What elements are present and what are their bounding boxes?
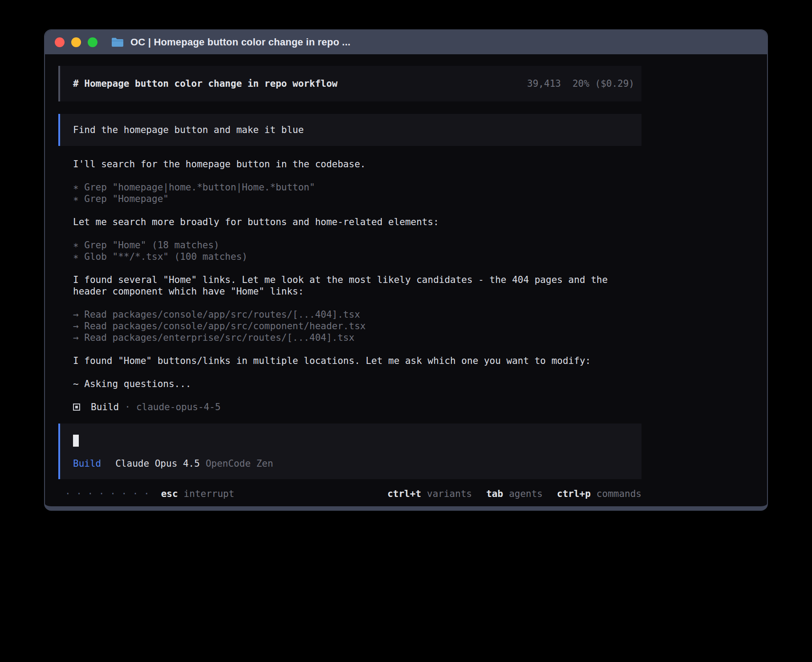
- assistant-message: I found "Home" buttons/links in multiple…: [58, 355, 641, 367]
- context-usage: 20% ($0.29): [572, 78, 634, 89]
- tool-call-grep: ∗ Grep "Home" (18 matches): [73, 239, 641, 251]
- status-left: · · · · · · · · esc interrupt: [65, 488, 234, 500]
- session-stats: 39,413 20% ($0.29): [527, 78, 634, 89]
- terminal-content: # Homepage button color change in repo w…: [45, 54, 641, 500]
- shortcut-commands: ctrl+p commands: [557, 488, 641, 500]
- shortcut-agents: tab agents: [486, 488, 543, 500]
- agent-square-icon: [73, 404, 80, 411]
- esc-key-hint: esc: [161, 488, 178, 500]
- agent-name: Build: [91, 401, 119, 413]
- agent-status-line: Build · claude-opus-4-5: [58, 401, 641, 413]
- shortcut-key: tab: [486, 488, 503, 500]
- tool-call-group: → Read packages/console/app/src/routes/[…: [58, 309, 641, 343]
- shortcut-key: ctrl+t: [387, 488, 421, 500]
- user-message-block: Find the homepage button and make it blu…: [58, 114, 641, 146]
- model-label[interactable]: Claude Opus 4.5: [115, 458, 200, 469]
- shortcut-label: commands: [597, 488, 641, 500]
- input-footer: Build Claude Opus 4.5 OpenCode Zen: [73, 458, 641, 469]
- prompt-input[interactable]: Build Claude Opus 4.5 OpenCode Zen: [58, 424, 641, 479]
- assistant-message: I'll search for the homepage button in t…: [58, 158, 641, 170]
- provider-label: OpenCode Zen: [206, 458, 273, 469]
- assistant-status: ~ Asking questions...: [58, 378, 641, 390]
- mode-label[interactable]: Build: [73, 458, 101, 469]
- terminal-window: OC | Homepage button color change in rep…: [44, 29, 768, 511]
- tool-call-glob: ∗ Glob "**/*.tsx" (100 matches): [73, 251, 641, 262]
- tool-call-read: → Read packages/console/app/src/componen…: [73, 320, 641, 332]
- text-cursor: [73, 435, 79, 447]
- shortcut-key: ctrl+p: [557, 488, 591, 500]
- window-title: OC | Homepage button color change in rep…: [130, 36, 350, 48]
- zoom-button[interactable]: [88, 37, 97, 47]
- status-right: ctrl+t variants tab agents ctrl+p comman…: [387, 488, 641, 500]
- assistant-message: I found several "Home" links. Let me loo…: [58, 274, 641, 297]
- user-message-text: Find the homepage button and make it blu…: [73, 124, 304, 136]
- agent-separator: ·: [125, 401, 130, 413]
- tool-call-grep: ∗ Grep "Homepage": [73, 193, 641, 205]
- tool-call-group: ∗ Grep "homepage|home.*button|Home.*butt…: [58, 182, 641, 205]
- session-title: # Homepage button color change in repo w…: [73, 78, 337, 89]
- shortcut-label: variants: [427, 488, 472, 500]
- tool-call-group: ∗ Grep "Home" (18 matches) ∗ Glob "**/*.…: [58, 239, 641, 262]
- shortcut-label: agents: [509, 488, 543, 500]
- close-button[interactable]: [55, 37, 65, 47]
- spinner-dots: · · · · · · · ·: [65, 488, 150, 500]
- traffic-lights: [55, 37, 97, 47]
- session-header: # Homepage button color change in repo w…: [58, 66, 641, 101]
- minimize-button[interactable]: [71, 37, 81, 47]
- agent-model: claude-opus-4-5: [136, 401, 221, 413]
- token-count: 39,413: [527, 78, 561, 89]
- folder-icon: [111, 37, 124, 48]
- titlebar[interactable]: OC | Homepage button color change in rep…: [45, 30, 767, 54]
- tool-call-grep: ∗ Grep "homepage|home.*button|Home.*butt…: [73, 182, 641, 193]
- assistant-message: Let me search more broadly for buttons a…: [58, 216, 641, 228]
- tool-call-read: → Read packages/enterprise/src/routes/[.…: [73, 332, 641, 343]
- status-bar: · · · · · · · · esc interrupt ctrl+t var…: [58, 488, 641, 500]
- tool-call-read: → Read packages/console/app/src/routes/[…: [73, 309, 641, 320]
- interrupt-label: interrupt: [184, 488, 235, 500]
- shortcut-variants: ctrl+t variants: [387, 488, 472, 500]
